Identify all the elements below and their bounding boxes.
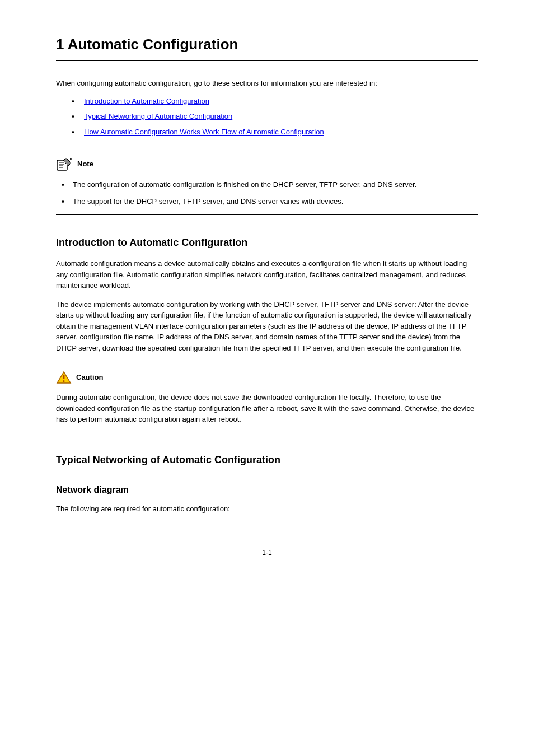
svg-rect-1: [63, 375, 65, 379]
toc-item: Introduction to Automatic Configuration: [67, 96, 478, 107]
note-label: Note: [77, 158, 93, 170]
toc-list: Introduction to Automatic Configuration …: [67, 96, 478, 138]
callout-rule-bottom: [56, 214, 478, 215]
networking-paragraph-1: The following are required for automatic…: [56, 503, 478, 515]
title-rule: [56, 60, 478, 61]
toc-intro: When configuring automatic configuration…: [56, 78, 478, 89]
callout-rule-top: [56, 365, 478, 365]
caution-header: Caution: [56, 371, 478, 384]
chapter-title: 1 Automatic Configuration: [56, 34, 478, 55]
callout-rule-top: [56, 151, 478, 151]
toc-link-workflow[interactable]: How Automatic Configuration Works Work F…: [84, 128, 324, 136]
caution-icon: [56, 371, 72, 384]
svg-point-2: [63, 380, 64, 382]
note-icon: [56, 157, 73, 171]
intro-paragraph-1: Automatic configuration means a device a…: [56, 258, 478, 291]
section-title-networking: Typical Networking of Automatic Configur…: [56, 452, 478, 468]
note-list: The configuration of automatic configura…: [58, 179, 478, 207]
note-callout: Note The configuration of automatic conf…: [56, 151, 478, 215]
chapter-header: 1 Automatic Configuration: [56, 34, 478, 61]
caution-body: During automatic configuration, the devi…: [56, 392, 478, 425]
note-item: The support for the DHCP server, TFTP se…: [58, 196, 478, 207]
note-item: The configuration of automatic configura…: [58, 179, 478, 190]
section-title-intro: Introduction to Automatic Configuration: [56, 235, 478, 250]
note-header: Note: [56, 157, 478, 171]
subsection-title-network-diagram: Network diagram: [56, 483, 478, 497]
toc-item: How Automatic Configuration Works Work F…: [67, 127, 478, 138]
page-number: 1-1: [56, 548, 478, 558]
toc-item: Typical Networking of Automatic Configur…: [67, 111, 478, 122]
caution-callout: Caution During automatic configuration, …: [56, 365, 478, 432]
callout-rule-bottom: [56, 432, 478, 432]
toc-link-intro[interactable]: Introduction to Automatic Configuration: [84, 97, 209, 105]
caution-label: Caution: [76, 372, 103, 383]
intro-paragraph-2: The device implements automatic configur…: [56, 299, 478, 354]
toc-link-networking[interactable]: Typical Networking of Automatic Configur…: [84, 112, 232, 120]
